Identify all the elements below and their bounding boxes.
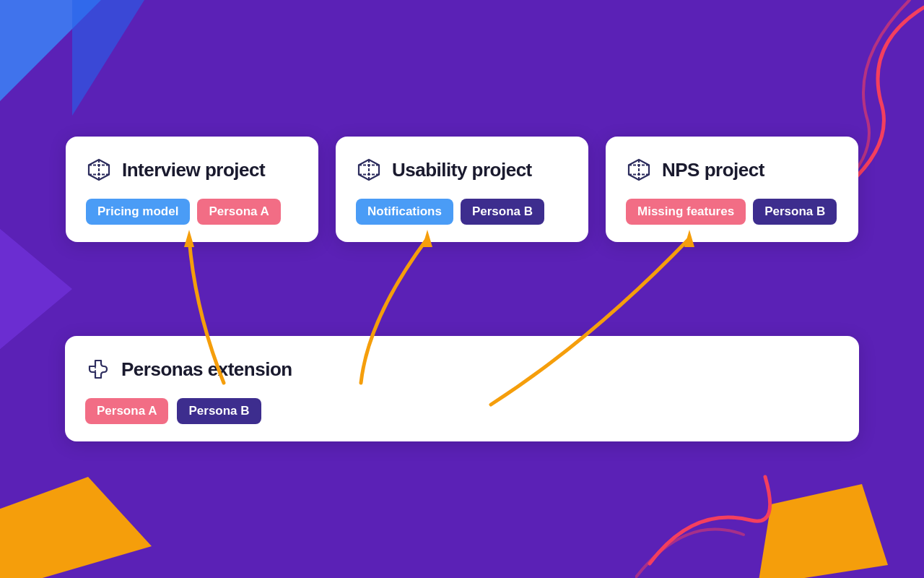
usability-project-card: Usability project Notifications Persona … bbox=[336, 137, 588, 242]
main-layout: Interview project Pricing model Persona … bbox=[0, 0, 924, 578]
nps-project-header: NPS project bbox=[626, 157, 838, 183]
missing-features-tag[interactable]: Missing features bbox=[626, 199, 746, 225]
persona-b-tag-nps[interactable]: Persona B bbox=[753, 199, 837, 225]
persona-a-tag-interview[interactable]: Persona A bbox=[197, 199, 280, 225]
nps-project-card: NPS project Missing features Persona B bbox=[606, 137, 858, 242]
personas-extension-header: Personas extension bbox=[85, 356, 839, 382]
bottom-cards-row: Personas extension Persona A Persona B bbox=[43, 336, 881, 441]
pricing-model-tag[interactable]: Pricing model bbox=[86, 199, 190, 225]
usability-project-header: Usability project bbox=[356, 157, 568, 183]
usability-project-tags: Notifications Persona B bbox=[356, 199, 568, 225]
personas-extension-card: Personas extension Persona A Persona B bbox=[65, 336, 859, 441]
personas-extension-title: Personas extension bbox=[121, 358, 292, 381]
box-icon-2 bbox=[356, 157, 382, 183]
nps-project-tags: Missing features Persona B bbox=[626, 199, 838, 225]
persona-b-tag-extension[interactable]: Persona B bbox=[177, 398, 261, 424]
box-icon-3 bbox=[626, 157, 652, 183]
box-icon bbox=[86, 157, 112, 183]
top-cards-row: Interview project Pricing model Persona … bbox=[43, 137, 881, 242]
persona-b-tag-usability[interactable]: Persona B bbox=[461, 199, 544, 225]
personas-extension-tags: Persona A Persona B bbox=[85, 398, 839, 424]
nps-project-title: NPS project bbox=[662, 159, 764, 181]
notifications-tag[interactable]: Notifications bbox=[356, 199, 453, 225]
usability-project-title: Usability project bbox=[392, 159, 532, 181]
interview-project-tags: Pricing model Persona A bbox=[86, 199, 298, 225]
persona-a-tag-extension[interactable]: Persona A bbox=[85, 398, 168, 424]
puzzle-icon bbox=[85, 356, 111, 382]
interview-project-title: Interview project bbox=[122, 159, 265, 181]
interview-project-card: Interview project Pricing model Persona … bbox=[66, 137, 318, 242]
interview-project-header: Interview project bbox=[86, 157, 298, 183]
